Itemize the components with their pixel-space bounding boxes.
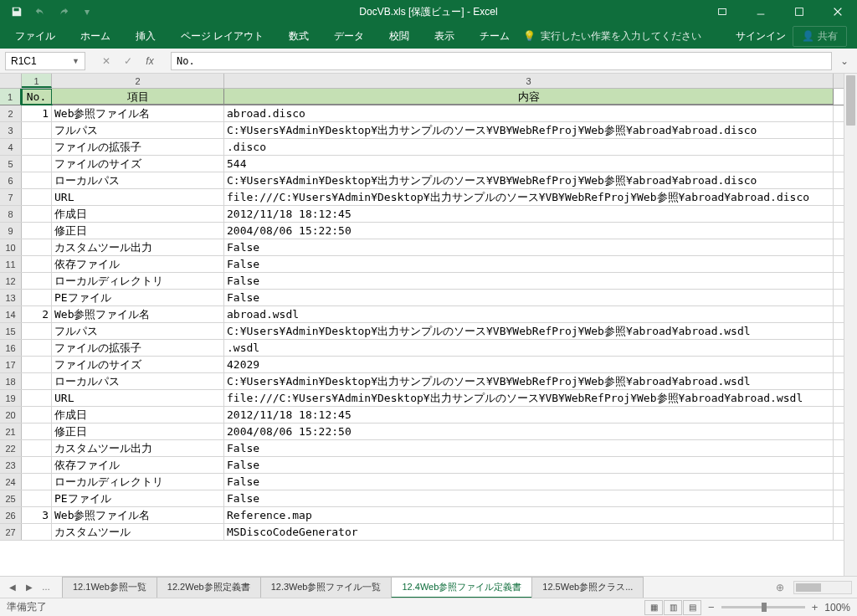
cell[interactable]: 依存ファイル	[52, 256, 224, 272]
cell[interactable]: 2	[22, 306, 52, 322]
close-button[interactable]	[819, 0, 857, 23]
cell[interactable]	[22, 373, 52, 389]
cell[interactable]: ローカルディレクトリ	[52, 474, 224, 490]
cell[interactable]: C:¥Users¥Admin¥Desktop¥出力サンプルのソース¥VB¥Web…	[224, 172, 834, 188]
cell[interactable]: False	[224, 290, 834, 305]
row-header[interactable]: 9	[0, 223, 22, 239]
cancel-formula-button[interactable]: ✕	[97, 52, 115, 70]
cell[interactable]: Web参照ファイル名	[52, 507, 224, 523]
tab-team[interactable]: チーム	[468, 24, 521, 49]
cell[interactable]: 作成日	[52, 407, 224, 423]
tab-file[interactable]: ファイル	[3, 24, 67, 49]
cell[interactable]: ファイルのサイズ	[52, 156, 224, 172]
tab-home[interactable]: ホーム	[69, 24, 122, 49]
cell[interactable]: URL	[52, 390, 224, 406]
row-header[interactable]: 26	[0, 507, 22, 523]
cell[interactable]: False	[224, 457, 834, 473]
cell[interactable]	[22, 290, 52, 305]
minimize-button[interactable]	[742, 0, 780, 23]
row-header[interactable]: 20	[0, 407, 22, 423]
cell[interactable]: .wsdl	[224, 340, 834, 356]
tab-data[interactable]: データ	[322, 24, 376, 49]
cell[interactable]: False	[224, 256, 834, 272]
row-header[interactable]: 15	[0, 323, 22, 339]
cell[interactable]: 1	[22, 105, 52, 121]
zoom-slider-thumb[interactable]	[762, 603, 767, 612]
row-header[interactable]: 2	[0, 105, 22, 121]
cell[interactable]	[22, 273, 52, 289]
tell-me-search[interactable]: 💡 実行したい作業を入力してください	[523, 29, 701, 44]
tab-insert[interactable]: 挿入	[124, 24, 167, 49]
cell[interactable]	[22, 440, 52, 456]
row-header[interactable]: 21	[0, 424, 22, 439]
ribbon-display-button[interactable]	[703, 0, 742, 23]
column-header[interactable]: 1	[22, 74, 52, 88]
cell[interactable]: 2004/08/06 15:22:50	[224, 424, 834, 439]
signin-link[interactable]: サインイン	[736, 29, 786, 44]
cell[interactable]: 項目	[52, 89, 224, 105]
cell[interactable]: 42029	[224, 357, 834, 372]
cell[interactable]	[22, 122, 52, 138]
cell[interactable]: Web参照ファイル名	[52, 105, 224, 121]
chevron-down-icon[interactable]: ▼	[72, 57, 80, 65]
cell[interactable]: URL	[52, 189, 224, 205]
undo-button[interactable]	[30, 2, 50, 22]
row-header[interactable]: 12	[0, 273, 22, 289]
sheet-tab[interactable]: 12.3Web参照ファイル一覧	[260, 577, 393, 598]
cell[interactable]: file:///C:¥Users¥Admin¥Desktop¥出力サンプルのソー…	[224, 189, 834, 205]
name-box[interactable]: R1C1 ▼	[5, 52, 85, 70]
cell[interactable]	[22, 357, 52, 372]
cell[interactable]: abroad.disco	[224, 105, 834, 121]
zoom-level[interactable]: 100%	[824, 602, 850, 613]
cell[interactable]: PEファイル	[52, 490, 224, 506]
cell[interactable]	[22, 407, 52, 423]
cell[interactable]: abroad.wsdl	[224, 306, 834, 322]
cell[interactable]: C:¥Users¥Admin¥Desktop¥出力サンプルのソース¥VB¥Web…	[224, 122, 834, 138]
cell[interactable]: カスタムツール	[52, 524, 224, 540]
cell[interactable]: No.	[22, 89, 52, 105]
row-header[interactable]: 6	[0, 172, 22, 188]
row-header[interactable]: 7	[0, 189, 22, 205]
scrollbar-thumb[interactable]	[796, 583, 821, 592]
cell[interactable]: 2012/11/18 18:12:45	[224, 206, 834, 222]
select-all-corner[interactable]	[0, 74, 22, 88]
cell[interactable]: 3	[22, 507, 52, 523]
row-header[interactable]: 17	[0, 357, 22, 372]
row-header[interactable]: 14	[0, 306, 22, 322]
cell[interactable]: False	[224, 273, 834, 289]
cell[interactable]	[22, 189, 52, 205]
sheet-tab[interactable]: 12.1Web参照一覧	[62, 577, 157, 598]
cell[interactable]	[22, 239, 52, 255]
scrollbar-thumb[interactable]	[846, 75, 855, 126]
cell[interactable]	[22, 172, 52, 188]
redo-button[interactable]	[54, 2, 74, 22]
row-header[interactable]: 19	[0, 390, 22, 406]
cell[interactable]	[22, 206, 52, 222]
cell[interactable]: False	[224, 239, 834, 255]
enter-formula-button[interactable]: ✓	[119, 52, 137, 70]
cell[interactable]	[22, 524, 52, 540]
row-header[interactable]: 23	[0, 457, 22, 473]
normal-view-button[interactable]: ▦	[644, 600, 663, 615]
cell[interactable]	[22, 156, 52, 172]
cell[interactable]	[22, 390, 52, 406]
row-header[interactable]: 11	[0, 256, 22, 272]
cell[interactable]: file:///C:¥Users¥Admin¥Desktop¥出力サンプルのソー…	[224, 390, 834, 406]
zoom-out-button[interactable]: −	[708, 601, 715, 613]
row-header[interactable]: 4	[0, 139, 22, 155]
cell[interactable]: 内容	[224, 89, 834, 105]
expand-formula-bar[interactable]: ⌄	[837, 55, 852, 67]
cell[interactable]: フルパス	[52, 122, 224, 138]
row-header[interactable]: 8	[0, 206, 22, 222]
insert-function-button[interactable]: fx	[141, 52, 159, 70]
share-button[interactable]: 👤 共有	[793, 26, 847, 47]
page-layout-view-button[interactable]: ▥	[664, 600, 682, 615]
sheet-nav-next[interactable]: ▶	[22, 579, 37, 596]
row-header[interactable]: 3	[0, 122, 22, 138]
cell[interactable]: ローカルディレクトリ	[52, 273, 224, 289]
row-header[interactable]: 22	[0, 440, 22, 456]
sheet-nav-more[interactable]: …	[38, 579, 54, 596]
page-break-view-button[interactable]: ▤	[683, 600, 701, 615]
cell[interactable]	[22, 340, 52, 356]
sheet-tab[interactable]: 12.5Web参照クラス...	[531, 577, 644, 598]
